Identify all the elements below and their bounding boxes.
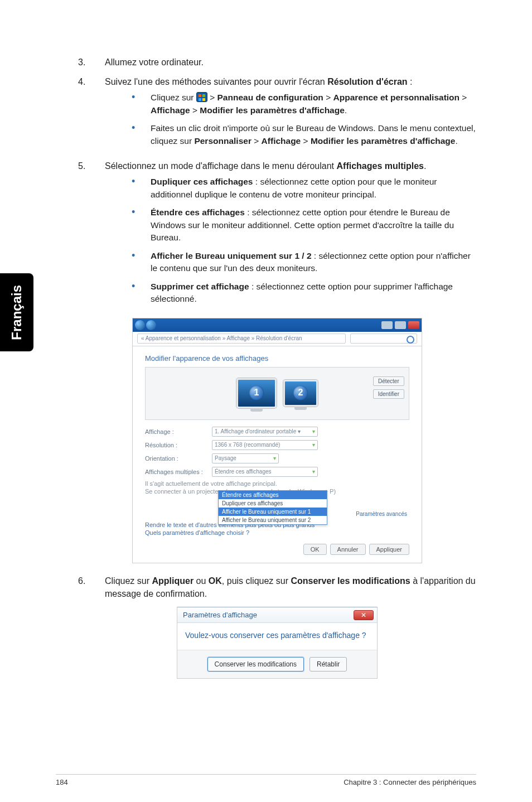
language-side-tab: Français — [0, 273, 33, 351]
step-3: 3. Allumez votre ordinateur. — [78, 56, 476, 69]
step-number: 3. — [78, 56, 89, 69]
monitor-stand-icon — [294, 407, 307, 410]
window-maximize-icon[interactable] — [395, 321, 406, 329]
substep: • Supprimer cet affichage : sélectionnez… — [132, 281, 476, 306]
substep: • Afficher le Bureau uniquement sur 1 / … — [132, 250, 476, 275]
window-minimize-icon[interactable] — [381, 321, 393, 329]
substep-text: Étendre ces affichages : sélectionnez ce… — [151, 206, 476, 244]
detect-button[interactable]: Détecter — [373, 376, 404, 386]
field-label: Affichage : — [145, 428, 206, 435]
display-select[interactable]: 1. Affichage d'ordinateur portable ▾ — [212, 427, 318, 437]
substep: • Étendre ces affichages : sélectionnez … — [132, 206, 476, 244]
dropdown-option[interactable]: Étendre ces affichages — [219, 491, 327, 499]
monitor-id-badge: 1 — [249, 386, 264, 400]
field-label: Orientation : — [145, 455, 206, 462]
step-text: Suivez l'une des méthodes suivantes pour… — [105, 77, 413, 86]
field-label: Affichages multiples : — [145, 468, 206, 475]
substep-text: Cliquez sur > Panneau de configuration >… — [151, 91, 476, 117]
monitor-preview: 1 2 Détecter Identifier — [145, 367, 409, 420]
nav-back-icon[interactable] — [135, 320, 145, 330]
monitor-stand-icon — [250, 408, 263, 412]
note-main-display: Il s'agit actuellement de votre affichag… — [145, 480, 409, 487]
field-orientation: Orientation : Paysage — [145, 453, 409, 463]
apply-button[interactable]: Appliquer — [369, 544, 409, 555]
step-text: Allumez votre ordinateur. — [105, 56, 204, 69]
keep-changes-button[interactable]: Conserver les modifications — [207, 657, 304, 671]
dropdown-option[interactable]: Dupliquer ces affichages — [219, 499, 327, 508]
step-text: Cliquez sur Appliquer ou OK, puis clique… — [105, 574, 476, 600]
field-resolution: Résolution : 1366 x 768 (recommandé) — [145, 440, 409, 450]
bullet-icon: • — [132, 206, 138, 244]
substep-text: Dupliquer ces affichages : sélectionnez … — [151, 176, 476, 201]
substep: • Dupliquer ces affichages : sélectionne… — [132, 176, 476, 201]
step-number: 5. — [78, 160, 89, 311]
substep: • Cliquez sur > Panneau de configuration… — [132, 91, 476, 117]
bullet-icon: • — [132, 122, 138, 147]
search-input[interactable] — [350, 334, 417, 344]
bullet-icon: • — [132, 91, 138, 117]
revert-button[interactable]: Rétablir — [309, 657, 347, 671]
substep: • Faites un clic droit n'importe où sur … — [132, 122, 476, 147]
monitor-2[interactable]: 2 — [283, 380, 318, 407]
bullet-icon: • — [132, 250, 138, 275]
monitor-id-badge: 2 — [293, 386, 308, 400]
dialog-titlebar: Paramètres d'affichage ✕ — [177, 607, 377, 623]
panel-heading: Modifier l'apparence de vos affichages — [145, 354, 409, 363]
breadcrumb[interactable]: « Apparence et personnalisation » Affich… — [137, 334, 346, 344]
resolution-select[interactable]: 1366 x 768 (recommandé) — [212, 440, 318, 450]
dialog-title: Paramètres d'affichage — [183, 611, 257, 619]
advanced-settings-link[interactable]: Paramètres avancés — [356, 511, 407, 517]
field-affichage: Affichage : 1. Affichage d'ordinateur po… — [145, 427, 409, 437]
page-footer: 184 Chapitre 3 : Connecter des périphéri… — [56, 774, 476, 786]
window-titlebar — [133, 318, 422, 332]
screen-resolution-window: « Apparence et personnalisation » Affich… — [132, 318, 422, 563]
cancel-button[interactable]: Annuler — [330, 544, 366, 555]
windows-start-icon — [196, 92, 207, 102]
step-4: 4. Suivez l'une des méthodes suivantes p… — [78, 75, 476, 153]
dropdown-option[interactable]: Afficher le Bureau uniquement sur 2 — [219, 516, 327, 524]
page-number: 184 — [56, 778, 68, 786]
step-text: Sélectionnez un mode d'affichage dans le… — [105, 161, 426, 171]
field-multiples: Affichages multiples : Étendre ces affic… — [145, 467, 409, 477]
identify-button[interactable]: Identifier — [373, 389, 404, 399]
confirm-dialog: Paramètres d'affichage ✕ Voulez-vous con… — [177, 607, 378, 679]
nav-forward-icon[interactable] — [146, 320, 156, 330]
ok-button[interactable]: OK — [303, 544, 327, 555]
monitor-1[interactable]: 1 — [236, 378, 277, 408]
step-number: 4. — [78, 75, 89, 153]
dialog-close-icon[interactable]: ✕ — [354, 610, 374, 620]
dialog-body: Voulez-vous conserver ces paramètres d'a… — [177, 623, 377, 650]
substep-text: Faites un clic droit n'importe où sur le… — [151, 122, 476, 147]
link-which-settings[interactable]: Quels paramètres d'affichage choisir ? — [145, 529, 409, 536]
dropdown-option[interactable]: Afficher le Bureau uniquement sur 1 — [219, 508, 327, 516]
multiples-select[interactable]: Étendre ces affichages — [212, 467, 318, 477]
step-number: 6. — [78, 574, 89, 600]
address-bar: « Apparence et personnalisation » Affich… — [133, 332, 422, 346]
bullet-icon: • — [132, 281, 138, 306]
window-close-icon[interactable] — [408, 321, 419, 329]
chapter-label: Chapitre 3 : Connecter des périphériques — [344, 778, 476, 786]
step-5: 5. Sélectionnez un mode d'affichage dans… — [78, 160, 476, 311]
step-6: 6. Cliquez sur Appliquer ou OK, puis cli… — [78, 574, 476, 600]
bullet-icon: • — [132, 176, 138, 201]
multiples-dropdown-open[interactable]: Étendre ces affichages Dupliquer ces aff… — [218, 490, 327, 525]
field-label: Résolution : — [145, 442, 206, 448]
substep-text: Afficher le Bureau uniquement sur 1 / 2 … — [151, 250, 476, 275]
dialog-actions: Conserver les modifications Rétablir — [177, 650, 377, 678]
substep-text: Supprimer cet affichage : sélectionnez c… — [151, 281, 476, 306]
orientation-select[interactable]: Paysage — [212, 453, 279, 463]
language-label: Français — [9, 285, 25, 340]
